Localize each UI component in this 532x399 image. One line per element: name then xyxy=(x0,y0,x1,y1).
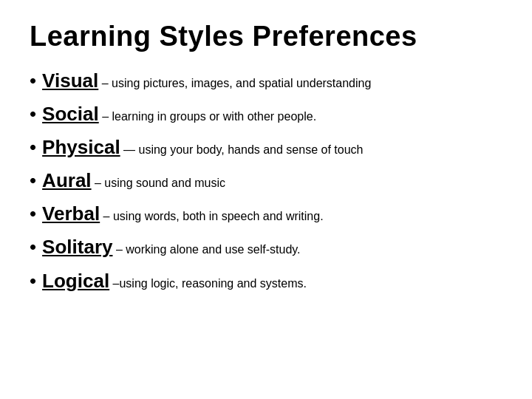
bullet-icon: • xyxy=(30,237,36,256)
item-key: Visual xyxy=(42,69,98,92)
item-content: Aural – using sound and music xyxy=(42,168,225,194)
item-description: –using logic, reasoning and systems. xyxy=(109,277,307,290)
item-key: Aural xyxy=(42,169,91,191)
item-description: – using words, both in speech and writin… xyxy=(100,210,323,222)
learning-styles-list: •Visual – using pictures, images, and sp… xyxy=(30,66,502,296)
item-content: Social – learning in groups or with othe… xyxy=(42,101,316,127)
item-content: Visual – using pictures, images, and spa… xyxy=(42,68,371,94)
item-content: Logical –using logic, reasoning and syst… xyxy=(42,268,307,294)
bullet-icon: • xyxy=(30,171,36,190)
list-item: •Physical — using your body, hands and s… xyxy=(30,132,502,163)
bullet-icon: • xyxy=(30,71,36,90)
item-description: – using sound and music xyxy=(92,177,225,189)
item-content: Verbal – using words, both in speech and… xyxy=(42,201,323,227)
list-item: •Logical –using logic, reasoning and sys… xyxy=(30,266,502,296)
item-key: Solitary xyxy=(42,236,112,258)
item-content: Physical — using your body, hands and se… xyxy=(42,134,363,160)
page-container: Learning Styles Preferences •Visual – us… xyxy=(0,0,532,399)
item-description: – using pictures, images, and spatial un… xyxy=(98,77,371,89)
item-key: Logical xyxy=(42,270,109,292)
item-key: Verbal xyxy=(42,202,100,225)
bullet-icon: • xyxy=(30,104,36,123)
item-description: – working alone and use self-study. xyxy=(112,243,300,256)
list-item: •Verbal – using words, both in speech an… xyxy=(30,199,502,229)
bullet-icon: • xyxy=(30,137,36,157)
item-description: – learning in groups or with other peopl… xyxy=(99,110,316,123)
item-content: Solitary – working alone and use self-st… xyxy=(42,234,300,260)
bullet-icon: • xyxy=(30,271,36,290)
page-title: Learning Styles Preferences xyxy=(30,21,502,52)
list-item: •Visual – using pictures, images, and sp… xyxy=(30,66,502,96)
list-item: •Social – learning in groups or with oth… xyxy=(30,99,502,129)
list-item: •Solitary – working alone and use self-s… xyxy=(30,232,502,262)
item-key: Physical xyxy=(42,136,120,158)
list-item: •Aural – using sound and music xyxy=(30,166,502,196)
item-description: — using your body, hands and sense of to… xyxy=(120,143,364,156)
item-key: Social xyxy=(42,103,99,125)
bullet-icon: • xyxy=(30,204,36,223)
